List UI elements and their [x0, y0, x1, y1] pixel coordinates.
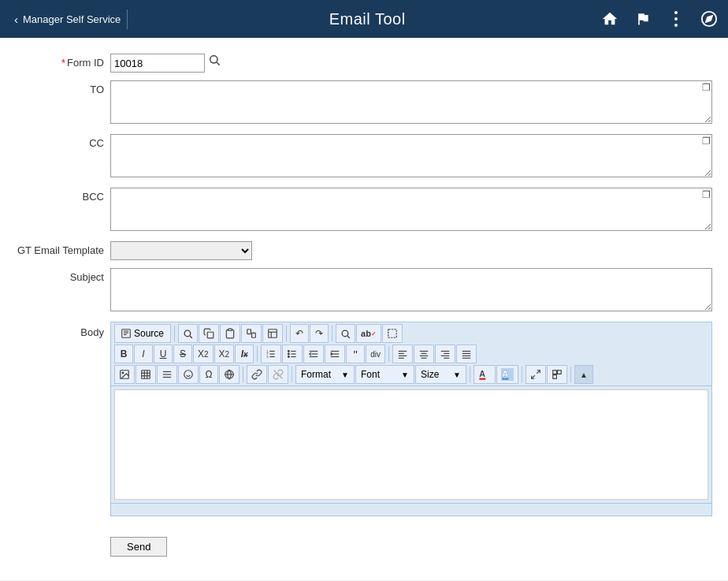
flag-icon[interactable] — [632, 8, 654, 30]
separator-5 — [388, 346, 389, 362]
body-row: Body Source — [16, 322, 712, 516]
undo-button[interactable]: ↶ — [290, 324, 309, 343]
svg-rect-52 — [444, 358, 449, 359]
find-replace-button[interactable] — [336, 324, 355, 343]
pagebreak-button[interactable] — [241, 324, 262, 343]
outdent-button[interactable] — [303, 345, 324, 363]
more-icon[interactable] — [665, 8, 687, 30]
gt-template-row: GT Email Template — [16, 241, 712, 260]
toolbar-row-1: Source — [114, 324, 708, 343]
send-button[interactable]: Send — [110, 537, 167, 557]
scroll-up-button[interactable]: ▲ — [574, 365, 593, 384]
send-row: Send — [16, 524, 712, 557]
size-arrow-icon: ▼ — [453, 371, 461, 379]
fontcolor-button[interactable]: A — [474, 365, 496, 384]
strikethrough-button[interactable]: S — [173, 345, 192, 363]
form-id-search-button[interactable] — [208, 54, 221, 69]
image-button[interactable] — [114, 365, 135, 384]
svg-rect-22 — [388, 330, 397, 338]
svg-text:3: 3 — [266, 355, 269, 359]
align-left-button[interactable] — [392, 345, 413, 363]
paste-button[interactable] — [220, 324, 240, 343]
format-dropdown[interactable]: Format ▼ — [295, 365, 355, 384]
back-navigation[interactable]: ‹ Manager Self Service — [8, 9, 128, 29]
link-button[interactable] — [247, 365, 267, 384]
svg-rect-15 — [247, 330, 251, 334]
bcc-input[interactable] — [110, 188, 712, 231]
hr-button[interactable] — [157, 365, 177, 384]
bold-button[interactable]: B — [114, 345, 133, 363]
body-label: Body — [16, 322, 110, 338]
superscript-button[interactable]: X2 — [214, 345, 235, 363]
underline-button[interactable]: U — [154, 345, 173, 363]
iframe-button[interactable] — [219, 365, 240, 384]
templates-button[interactable] — [262, 324, 283, 343]
editor-statusbar — [111, 503, 711, 516]
gt-template-label: GT Email Template — [16, 241, 110, 256]
svg-rect-54 — [462, 353, 471, 354]
svg-rect-49 — [441, 351, 450, 352]
spellcheck-button[interactable]: ab✓ — [356, 324, 381, 343]
svg-line-12 — [190, 335, 192, 337]
compass-icon[interactable] — [698, 8, 720, 30]
maximize-button[interactable] — [526, 365, 546, 384]
to-expand-icon[interactable]: ❐ — [702, 82, 711, 93]
font-dropdown[interactable]: Font ▼ — [355, 365, 414, 384]
emoticons-button[interactable] — [178, 365, 199, 384]
subject-input[interactable] — [110, 268, 712, 311]
main-content: Form ID 10018 TO ❐ CC ❐ BCC ❐ GT Email T… — [0, 38, 728, 580]
subject-wrapper — [110, 268, 712, 314]
source-button[interactable]: Source — [114, 324, 171, 343]
subject-row: Subject — [16, 268, 712, 314]
svg-rect-48 — [421, 358, 426, 359]
size-dropdown[interactable]: Size ▼ — [415, 365, 466, 384]
to-input[interactable] — [110, 80, 712, 124]
body-editor: Source — [110, 322, 712, 516]
selectall-button[interactable] — [382, 324, 403, 343]
removeformat-button[interactable]: Ix — [235, 345, 254, 363]
cc-row: CC ❐ — [16, 134, 712, 180]
blockquote-button[interactable]: " — [346, 345, 365, 363]
svg-point-30 — [288, 353, 290, 355]
copy-format-button[interactable] — [199, 324, 219, 343]
cc-expand-icon[interactable]: ❐ — [702, 136, 711, 147]
size-label: Size — [421, 369, 439, 380]
bcc-row: BCC ❐ — [16, 188, 712, 233]
svg-rect-7 — [122, 330, 131, 338]
svg-rect-82 — [558, 371, 562, 374]
svg-point-2 — [674, 24, 678, 27]
separator-4 — [257, 346, 258, 362]
cc-input[interactable] — [110, 134, 712, 177]
subscript-button[interactable]: X2 — [193, 345, 214, 363]
svg-rect-59 — [142, 371, 150, 379]
svg-rect-13 — [207, 332, 214, 338]
form-id-input[interactable]: 10018 — [110, 54, 205, 73]
table-button[interactable] — [136, 365, 156, 384]
separator-8 — [470, 367, 470, 382]
find-button[interactable] — [178, 324, 198, 343]
orderedlist-button[interactable]: 123 — [261, 345, 281, 363]
showblocks-button[interactable] — [547, 365, 567, 384]
unlink-button[interactable] — [268, 365, 288, 384]
separator-10 — [570, 367, 571, 382]
justify-button[interactable] — [456, 345, 477, 363]
redo-button[interactable]: ↷ — [310, 324, 329, 343]
specialchar-button[interactable]: Ω — [199, 365, 218, 384]
align-center-button[interactable] — [414, 345, 434, 363]
italic-button[interactable]: I — [134, 345, 153, 363]
toolbar-row-3: Ω Form — [114, 365, 708, 384]
svg-text:A: A — [502, 369, 508, 378]
align-right-button[interactable] — [435, 345, 455, 363]
creatediv-button[interactable]: div — [366, 345, 385, 363]
home-icon[interactable] — [599, 8, 621, 30]
svg-rect-42 — [399, 353, 404, 354]
bcc-expand-icon[interactable]: ❐ — [702, 189, 711, 200]
unorderedlist-button[interactable] — [282, 345, 303, 363]
indent-button[interactable] — [325, 345, 345, 363]
bgcolor-button[interactable]: AA — [496, 365, 518, 384]
svg-point-67 — [184, 371, 193, 379]
svg-rect-41 — [399, 351, 407, 352]
editor-content[interactable] — [114, 389, 708, 500]
separator-3 — [332, 326, 332, 341]
gt-template-select[interactable] — [110, 241, 252, 260]
